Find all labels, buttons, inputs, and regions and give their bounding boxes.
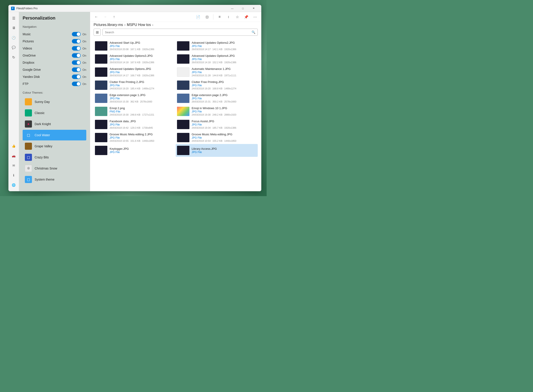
nav-item-music: Music On	[23, 31, 86, 38]
theme-item-christmas-snow[interactable]: ❄ Christmas Snow	[23, 163, 86, 174]
sidebar-item-computer[interactable]: 🖥	[9, 23, 18, 32]
sidebar-item-thumbsup[interactable]: 👍	[9, 141, 18, 150]
breadcrumb-pictures[interactable]: Pictures.library-ms	[94, 23, 123, 27]
theme-item-dark-knight[interactable]: ● Dark Knight	[23, 119, 86, 129]
grid-view-button[interactable]: ⊞	[94, 29, 101, 36]
file-item-9[interactable]: Edge extension page 2.JPG JPG File 26/03…	[176, 92, 258, 105]
file-item-8[interactable]: Edge extension page 1.JPG JPG File 26/03…	[94, 92, 176, 105]
file-info-16: Keylogger.JPG JPG File	[110, 147, 174, 154]
sidebar-item-mail[interactable]: ✉	[9, 161, 18, 170]
file-size-4: 166.7 KB	[130, 74, 140, 77]
minimize-button[interactable]: —	[227, 5, 237, 12]
file-item-1[interactable]: Advanced Updates Options2.JPG JPG File 2…	[176, 39, 258, 52]
toggle-ftp[interactable]: On	[72, 82, 86, 86]
file-meta-7: 24/03/2018 19:20 168.8 KB 1489x1274	[192, 87, 256, 90]
file-item-5[interactable]: Automatic Maintenance 1.JPG JPG File 24/…	[176, 65, 258, 79]
file-size-12: 129.3 KB	[130, 126, 140, 129]
toggle-track-pictures[interactable]	[72, 39, 81, 43]
theme-item-grape-valley[interactable]: Grape Valley	[23, 141, 86, 152]
file-meta-0: 26/03/2018 20:08 167.1 KB 1920x1386	[110, 48, 174, 51]
toggle-track-videos[interactable]	[72, 46, 81, 51]
toggle-videos[interactable]: On	[72, 46, 86, 51]
theme-item-system-theme[interactable]: ◻ System theme	[23, 174, 86, 185]
cool-water-icon: ◻	[27, 133, 30, 138]
file-meta-14: 24/03/2018 10:55 151.6 KB 1440x1850	[110, 140, 174, 142]
star-button[interactable]: ☆	[234, 13, 241, 20]
sidebar-item-car[interactable]: 🚗	[9, 151, 18, 160]
file-item-12[interactable]: Facebook data..JPG JPG File 26/03/2018 1…	[94, 118, 176, 131]
sidebar-item-history[interactable]: 🕑	[9, 33, 18, 42]
christmas-snow-icon: ❄	[27, 166, 30, 171]
theme-swatch-cool-water: ◻	[25, 131, 32, 139]
file-item-16[interactable]: Keylogger.JPG JPG File	[94, 144, 176, 157]
toggle-onedrive[interactable]: On	[72, 53, 86, 58]
theme-item-crazy-bits[interactable]: ◻ Crazy Bits	[23, 152, 86, 163]
file-info-14: Groove Music Meta editing 2.JPG JPG File…	[110, 133, 174, 142]
file-item-14[interactable]: Groove Music Meta editing 2.JPG JPG File…	[94, 131, 176, 144]
file-name-2: Advanced Updates Options3.JPG	[110, 54, 174, 57]
navigation-label: Navigation:	[23, 25, 86, 28]
file-info-10: Emoji 2.png PNG File 24/03/2018 19:30 24…	[110, 107, 174, 116]
nav-label-yandexdisk: Yandex Disk	[23, 75, 40, 79]
up-button[interactable]: ↑	[111, 13, 118, 20]
back-button[interactable]: ←	[93, 13, 100, 20]
file-name-15: Groove Music Meta editing.JPG	[192, 133, 256, 136]
file-item-15[interactable]: Groove Music Meta editing.JPG JPG File 2…	[176, 131, 258, 144]
forward-button[interactable]: →	[102, 13, 109, 20]
sidebar-item-refresh[interactable]: ↻	[9, 53, 18, 62]
toggle-text-music: On	[83, 33, 86, 36]
toggle-text-onedrive: On	[83, 54, 86, 57]
file-dim-3: 1920x1386	[224, 61, 236, 64]
toggle-track-googledrive[interactable]	[72, 67, 81, 72]
theme-item-cool-water[interactable]: ◻ Cool Water	[23, 130, 86, 140]
maximize-button[interactable]: □	[238, 5, 248, 12]
toggle-googledrive[interactable]: On	[72, 67, 86, 72]
file-item-17[interactable]: Library Access.JPG JPG File	[176, 144, 258, 157]
toggle-track-music[interactable]	[72, 32, 81, 36]
file-meta-10: 24/03/2018 19:30 248.8 KB 1727x1151	[110, 113, 174, 116]
file-type-3: JPG File	[192, 58, 256, 61]
toggle-track-onedrive[interactable]	[72, 53, 81, 58]
sidebar-item-globe[interactable]: 🌐	[9, 181, 18, 189]
new-file-button[interactable]: 📄	[195, 13, 202, 20]
breadcrumb-mspu[interactable]: MSPU How tos	[127, 23, 151, 27]
file-name-5: Automatic Maintenance 1.JPG	[192, 67, 256, 70]
file-item-7[interactable]: Clutter Free Printing.JPG JPG File 24/03…	[176, 79, 258, 92]
pin-button[interactable]: 📌	[243, 13, 250, 20]
file-item-2[interactable]: Advanced Updates Options3.JPG JPG File 2…	[94, 52, 176, 65]
theme-item-classic[interactable]: Classic	[23, 107, 86, 118]
file-item-4[interactable]: Advanced Updates Options.JPG JPG File 26…	[94, 65, 176, 79]
file-date-9: 26/03/2018 15:31	[192, 100, 211, 103]
theme-item-sunny-day[interactable]: Sunny Day	[23, 97, 86, 107]
sidebar-item-hamburger[interactable]: ☰	[9, 14, 18, 23]
dual-pane-button[interactable]: ⊡	[203, 13, 210, 20]
toggle-music[interactable]: On	[72, 32, 86, 36]
toggle-pictures[interactable]: On	[72, 39, 86, 43]
file-item-11[interactable]: Emoji in Windows 10 1.JPG JPG File 24/03…	[176, 105, 258, 118]
file-thumb-0	[95, 41, 107, 51]
toggle-dropbox[interactable]: On	[72, 60, 86, 65]
toggle-yandexdisk[interactable]: On	[72, 75, 86, 79]
file-item-6[interactable]: Clutter Free Printing 2.JPG JPG File 24/…	[94, 79, 176, 92]
file-item-0[interactable]: Advanced Start Up.JPG JPG File 26/03/201…	[94, 39, 176, 52]
toggle-track-yandexdisk[interactable]	[72, 75, 81, 79]
file-info-9: Edge extension page 2.JPG JPG File 26/03…	[192, 93, 256, 103]
search-input[interactable]	[105, 31, 251, 34]
dark-knight-icon: ●	[27, 122, 29, 126]
file-date-3: 26/03/2018 14:18	[192, 61, 211, 64]
list-view-button[interactable]: ≡	[216, 13, 223, 20]
toggle-track-ftp[interactable]	[72, 82, 81, 86]
file-item-10[interactable]: Emoji 2.png PNG File 24/03/2018 19:30 24…	[94, 105, 176, 118]
file-item-3[interactable]: Advanced Updates Options4.JPG JPG File 2…	[176, 52, 258, 65]
toggle-track-dropbox[interactable]	[72, 60, 81, 65]
sidebar-item-info[interactable]: ℹ	[9, 171, 18, 180]
search-submit-button[interactable]: 🔍	[251, 30, 255, 34]
file-date-2: 26/03/2018 14:18	[110, 61, 129, 64]
breadcrumb-sep-1: ›	[124, 23, 125, 27]
file-info-2: Advanced Updates Options3.JPG JPG File 2…	[110, 54, 174, 64]
more-button[interactable]: ⋯	[251, 13, 259, 20]
sidebar-item-chat[interactable]: 💬	[9, 43, 18, 52]
file-item-13[interactable]: Focus Assist.JPG JPG File 24/03/2018 19:…	[176, 118, 258, 131]
sort-button[interactable]: ↕	[225, 13, 232, 20]
close-button[interactable]: ✕	[248, 5, 259, 12]
